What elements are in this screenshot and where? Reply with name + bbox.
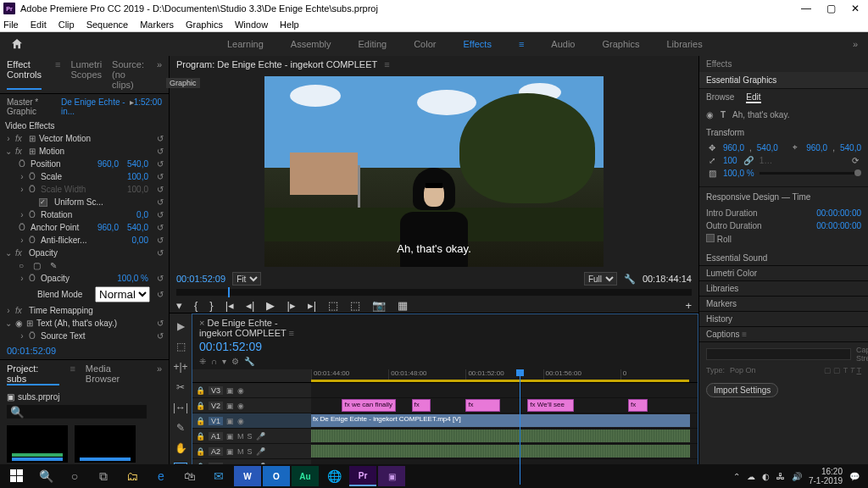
clip-v2[interactable]: fx — [412, 399, 431, 412]
lift-icon[interactable]: ⬚ — [328, 299, 338, 312]
opacity-slider[interactable] — [760, 172, 861, 175]
razor-tool-icon[interactable]: ✂ — [176, 381, 185, 393]
playhead[interactable] — [520, 369, 520, 485]
ws-overflow-icon[interactable]: » — [853, 39, 858, 49]
ec-text-layer[interactable]: Text (Ah, that's okay.) — [36, 319, 153, 328]
opacity-icon[interactable]: ▨ — [706, 169, 718, 178]
wrench-icon[interactable]: 🔧 — [624, 274, 636, 285]
clip-v2[interactable]: fx — [628, 399, 648, 412]
mic-icon[interactable]: 🎤 — [256, 432, 265, 441]
blend-mode-select[interactable]: Normal — [95, 286, 150, 302]
ec-source-text[interactable]: Source Text — [41, 331, 153, 341]
reset-icon[interactable]: ↺ — [157, 134, 164, 143]
track-select-tool-icon[interactable]: ⬚ — [176, 341, 186, 352]
ec-opacity[interactable]: Opacity — [41, 274, 114, 283]
track-a1-lane[interactable] — [311, 429, 698, 444]
media-encoder-icon[interactable]: ▣ — [378, 466, 405, 486]
track-v1-lane[interactable]: fx De Enige Echte - ingekort COMPLEET.mp… — [311, 413, 698, 429]
position-icon[interactable]: ✥ — [706, 143, 718, 152]
uniform-scale-checkbox[interactable] — [39, 198, 47, 207]
panel-history[interactable]: History — [699, 312, 868, 327]
track-a1[interactable]: A1 — [209, 432, 223, 441]
ec-antiflicker[interactable]: Anti-flicker... — [41, 236, 129, 245]
eg-tab-browse[interactable]: Browse — [706, 92, 734, 103]
ws-learning[interactable]: Learning — [227, 39, 264, 49]
selection-tool-icon[interactable]: ▶ — [177, 320, 185, 332]
settings-icon[interactable]: ⚙ — [231, 357, 239, 366]
ec-rotation[interactable]: Rotation — [41, 210, 133, 219]
panel-libraries[interactable]: Libraries — [699, 281, 868, 297]
tray-up-icon[interactable]: ⌃ — [733, 472, 740, 481]
menu-help[interactable]: Help — [280, 19, 299, 30]
ec-time-remap[interactable]: Time Remapping — [29, 306, 164, 315]
zoom-select[interactable]: Fit — [232, 272, 261, 286]
program-scrubber[interactable] — [176, 289, 692, 296]
add-marker-icon[interactable]: ▾ — [176, 299, 182, 312]
essential-graphics-header[interactable]: Essential Graphics — [699, 72, 868, 89]
track-v3[interactable]: V3 — [209, 386, 223, 395]
mail-icon[interactable]: ✉ — [205, 466, 232, 486]
ec-scale[interactable]: Scale — [41, 172, 124, 181]
menu-graphics[interactable]: Graphics — [186, 19, 223, 30]
menu-window[interactable]: Window — [235, 19, 268, 30]
anchor-icon[interactable]: ⌖ — [789, 142, 801, 152]
tab-media-browser[interactable]: Media Browser — [86, 363, 147, 385]
network-icon[interactable]: 🖧 — [776, 472, 785, 481]
lock-icon[interactable]: 🔒 — [196, 386, 205, 395]
ec-position[interactable]: Position — [31, 159, 94, 169]
ec-anchor[interactable]: Anchor Point — [31, 223, 94, 232]
ec-clip-link[interactable]: De Enige Echte - in... — [61, 97, 130, 116]
pen-tool-icon[interactable]: ✎ — [176, 422, 185, 434]
onedrive-icon[interactable]: ☁ — [747, 472, 755, 481]
rotation-icon[interactable]: ⟳ — [849, 156, 861, 165]
mask-ellipse-icon[interactable]: ○ — [19, 261, 24, 270]
program-tab[interactable]: Program: De Enige Echte - ingekort COMPL… — [176, 59, 377, 69]
import-settings-button[interactable]: Import Settings — [706, 383, 778, 397]
ws-effects-menu-icon[interactable]: ≡ — [519, 39, 524, 49]
wrench-icon[interactable]: 🔧 — [244, 357, 254, 366]
chrome-icon[interactable]: 🌐 — [320, 466, 348, 486]
start-button[interactable] — [3, 466, 31, 486]
ws-audio[interactable]: Audio — [551, 39, 575, 49]
realtek-icon[interactable]: ◐ — [762, 472, 770, 481]
clip-v2[interactable]: fx We'll see — [527, 399, 574, 412]
close-button[interactable]: ✕ — [851, 3, 860, 14]
menu-markers[interactable]: Markers — [140, 19, 174, 30]
tab-source[interactable]: Source: (no clips) — [112, 59, 147, 90]
home-icon[interactable] — [10, 37, 24, 51]
ec-vector-motion[interactable]: Vector Motion — [39, 134, 153, 143]
reset-icon[interactable]: ↺ — [157, 147, 164, 156]
timeline-ruler[interactable]: 00:01:44:00 00:01:48:00 00:01:52:00 00:0… — [311, 369, 698, 383]
resolution-select[interactable]: Full — [584, 272, 617, 286]
project-bin[interactable]: subs.prproj — [18, 392, 59, 402]
menu-file[interactable]: File — [3, 19, 19, 30]
go-out-icon[interactable]: ▸| — [308, 299, 316, 312]
ws-assembly[interactable]: Assembly — [291, 39, 331, 49]
premiere-icon[interactable]: Pr — [349, 466, 376, 486]
comparison-icon[interactable]: ▦ — [398, 299, 408, 312]
play-icon[interactable]: ▶ — [266, 299, 275, 312]
proj-overflow-icon[interactable]: » — [157, 363, 162, 385]
button-editor-icon[interactable]: + — [685, 299, 692, 312]
notifications-icon[interactable]: 💬 — [849, 472, 860, 481]
ws-effects[interactable]: Effects — [463, 39, 491, 49]
panel-essential-sound[interactable]: Essential Sound — [699, 251, 868, 266]
track-a2-lane[interactable] — [311, 444, 698, 459]
volume-icon[interactable]: 🔊 — [792, 472, 802, 481]
marker-icon[interactable]: ▾ — [222, 357, 226, 366]
task-view-icon[interactable]: ⧉ — [90, 466, 117, 486]
program-tc-in[interactable]: 00:01:52:09 — [176, 274, 225, 284]
mark-in-icon[interactable]: { — [194, 299, 198, 312]
store-icon[interactable]: 🛍 — [176, 466, 203, 486]
ws-color[interactable]: Color — [414, 39, 436, 49]
audition-icon[interactable]: Au — [292, 466, 319, 486]
minimize-button[interactable]: — — [801, 3, 811, 14]
ec-timecode[interactable]: 00:01:52:09 — [0, 342, 169, 359]
panel-effects[interactable]: Effects — [699, 56, 868, 72]
track-a2[interactable]: A2 — [209, 447, 223, 456]
roll-checkbox[interactable] — [706, 234, 715, 242]
tab-lumetri-scopes[interactable]: Lumetri Scopes — [70, 59, 102, 90]
search-icon[interactable]: 🔍 — [32, 466, 59, 486]
tab-effect-controls[interactable]: Effect Controls — [7, 59, 42, 90]
clock[interactable]: 16:20 7-1-2019 — [809, 467, 843, 485]
